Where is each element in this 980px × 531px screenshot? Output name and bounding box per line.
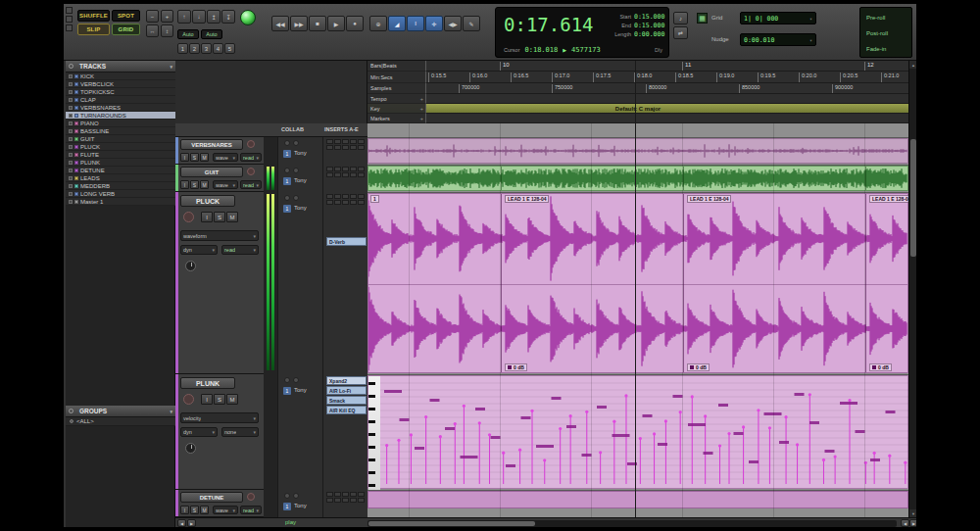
- scroll-left-button[interactable]: ◀: [901, 519, 909, 527]
- clip-verbsnares[interactable]: [368, 138, 908, 164]
- midi-clip-plunk[interactable]: [368, 375, 908, 489]
- sidebar-item-bassline[interactable]: BASSLINE: [66, 127, 175, 135]
- main-counter[interactable]: 0:17.614: [504, 12, 604, 37]
- sidebar-item-flute[interactable]: FLUTE: [66, 151, 175, 159]
- insert-slot[interactable]: [334, 194, 341, 199]
- mute-button[interactable]: M: [200, 180, 209, 189]
- rewind-button[interactable]: ◀◀: [271, 16, 289, 31]
- insert-slot[interactable]: [358, 145, 365, 150]
- collab-indicator[interactable]: [293, 493, 299, 499]
- sidebar-item-piano[interactable]: PIANO: [66, 120, 175, 127]
- field-value[interactable]: 0:00.000: [634, 30, 664, 38]
- insert-slot[interactable]: [334, 200, 341, 205]
- insert-air-kill-eq[interactable]: AIR Kill EQ: [326, 406, 367, 414]
- edit-mode-grid[interactable]: GRID: [112, 24, 140, 35]
- insert-slot[interactable]: [326, 145, 333, 150]
- sidebar-item-turnarounds[interactable]: TURNAROUNDS: [66, 112, 175, 120]
- add-event-icon[interactable]: +: [420, 106, 423, 112]
- track-view-selector[interactable]: velocity: [180, 412, 259, 423]
- scroll-down-icon[interactable]: ▼: [909, 509, 916, 517]
- insert-slot[interactable]: [334, 498, 341, 503]
- insert-slot[interactable]: [342, 194, 349, 199]
- track-view-selector[interactable]: wave: [213, 180, 238, 189]
- sidebar-item-clap[interactable]: CLAP: [66, 96, 175, 104]
- grid-value[interactable]: 1| 0| 000: [740, 12, 816, 24]
- zoom-preset-4[interactable]: 4: [213, 43, 223, 54]
- sidebar-item-topkicksc[interactable]: TOPKICKSC: [66, 88, 175, 96]
- record-enable-button[interactable]: [247, 493, 255, 501]
- horizontal-scrollbar[interactable]: [368, 520, 897, 527]
- insert-slot[interactable]: [350, 172, 357, 177]
- vertical-zoom-button[interactable]: ↕: [161, 24, 173, 37]
- insert-slot[interactable]: [350, 498, 357, 503]
- insert-slot[interactable]: [342, 145, 349, 150]
- collab-indicator[interactable]: [293, 195, 299, 201]
- track-name-button[interactable]: PLUNK: [180, 377, 235, 389]
- key-signature-bar[interactable]: Default: C major: [368, 104, 908, 114]
- zoom-preset-5[interactable]: 5: [224, 43, 235, 54]
- zoom-toggle-button[interactable]: [240, 10, 256, 25]
- insert-d-verb[interactable]: D-Verb: [326, 237, 367, 246]
- groups-menu-icon[interactable]: [69, 409, 74, 413]
- grid-icon[interactable]: ▦: [697, 13, 708, 24]
- track-name-button[interactable]: VERBSNARES: [180, 139, 243, 150]
- zoom-preset-1[interactable]: 1: [177, 43, 188, 54]
- insert-slot[interactable]: [350, 167, 357, 171]
- solo-button[interactable]: S: [190, 506, 199, 514]
- playhead[interactable]: [635, 61, 636, 517]
- zoom-preset-3[interactable]: 3: [201, 43, 212, 54]
- zoom-window-button[interactable]: [66, 24, 73, 31]
- insert-slot[interactable]: [358, 172, 365, 177]
- record-enable-button[interactable]: [247, 168, 255, 175]
- insert-slot[interactable]: [326, 492, 333, 497]
- insert-slot[interactable]: [358, 492, 365, 497]
- sidebar-item-verbclick[interactable]: VERBCLICK: [66, 80, 175, 88]
- clip-guit[interactable]: [368, 166, 908, 191]
- automation-mode-selector[interactable]: read: [240, 153, 262, 162]
- tracks-menu-icon[interactable]: [69, 64, 74, 69]
- input-monitor-button[interactable]: I: [180, 153, 189, 162]
- insert-slot[interactable]: [334, 145, 341, 150]
- insert-air-lo-fi[interactable]: AIR Lo-Fi: [326, 386, 367, 395]
- automation-mode-selector[interactable]: read: [240, 506, 262, 514]
- dyn-selector[interactable]: dyn: [180, 245, 218, 255]
- ruler-label-markers[interactable]: Markers+: [368, 114, 426, 123]
- sidebar-item-verbsnares[interactable]: VERBSNARES: [66, 104, 175, 112]
- mute-button[interactable]: M: [226, 394, 238, 405]
- insert-slot[interactable]: [342, 172, 349, 177]
- scroll-up-icon[interactable]: ▲: [909, 61, 916, 69]
- insert-slot[interactable]: [350, 145, 357, 150]
- zoom-preset-2[interactable]: 2: [189, 43, 200, 54]
- dyn-selector[interactable]: dyn: [180, 427, 218, 437]
- collab-indicator[interactable]: [284, 377, 290, 383]
- grabber-tool[interactable]: ✛: [425, 16, 443, 31]
- pan-knob[interactable]: [185, 443, 196, 454]
- insert-slot[interactable]: [326, 194, 333, 199]
- edit-mode-slip[interactable]: SLIP: [77, 24, 110, 35]
- piano-keys-strip[interactable]: [368, 376, 380, 490]
- solo-button[interactable]: S: [190, 180, 199, 189]
- pencil-tool[interactable]: ✎: [463, 16, 480, 31]
- insert-slot[interactable]: [326, 172, 333, 177]
- sidebar-item-kick[interactable]: KICK: [66, 72, 175, 80]
- stop-button[interactable]: ■: [309, 16, 326, 31]
- edit-mode-spot[interactable]: SPOT: [112, 10, 140, 22]
- automation-mode-selector[interactable]: read: [221, 245, 259, 255]
- track-view-selector[interactable]: wave: [213, 153, 238, 162]
- solo-button[interactable]: S: [190, 153, 199, 162]
- sidebar-item-guit[interactable]: GUIT: [66, 135, 175, 143]
- ruler-label-key[interactable]: Key+: [368, 104, 426, 114]
- sidebar-item-detune[interactable]: DETUNE: [66, 167, 175, 174]
- field-value[interactable]: 0:15.000: [634, 22, 664, 29]
- insert-slot[interactable]: [358, 139, 365, 144]
- field-value[interactable]: 0:15.000: [634, 13, 664, 21]
- track-view-selector[interactable]: wave: [213, 506, 238, 514]
- pre-roll-button[interactable]: Pre-roll: [862, 11, 911, 24]
- insert-slot[interactable]: [334, 172, 341, 177]
- bars-beats-ruler[interactable]: 101112: [368, 61, 908, 72]
- record-button[interactable]: ●: [346, 16, 364, 31]
- track-name-button[interactable]: GUIT: [180, 167, 243, 177]
- close-window-button[interactable]: [66, 7, 73, 14]
- midi-merge-button[interactable]: ⇄: [673, 26, 688, 39]
- insert-slot[interactable]: [326, 498, 333, 503]
